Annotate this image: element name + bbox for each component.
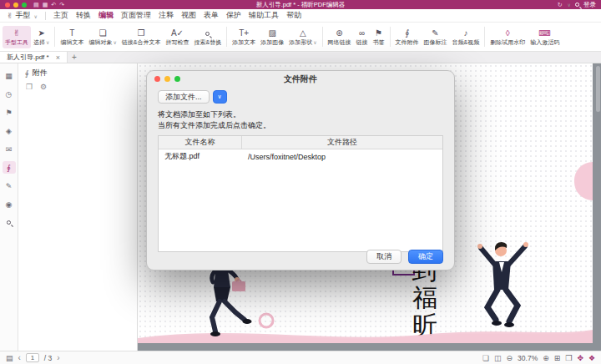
table-row[interactable]: 无标题.pdf /Users/foxitnet/Desktop xyxy=(159,149,442,164)
ribbon-separator xyxy=(226,27,227,47)
stamps-panel-icon[interactable]: ◉ xyxy=(3,198,16,210)
menu-tab-comment[interactable]: 注释 xyxy=(159,10,174,21)
close-window-button[interactable] xyxy=(5,3,10,8)
ribbon-tool-spell-check[interactable]: A✓ 拼写检查 xyxy=(163,26,191,48)
previous-page-button[interactable]: ‹ xyxy=(18,354,21,362)
print-icon[interactable]: ▦ xyxy=(43,0,48,9)
dialog-instruction-line2: 当所有文件添加完成后点击确定。 xyxy=(158,120,443,131)
hand-mode-icon[interactable]: ❖ xyxy=(588,354,595,362)
link-icon: ∞ xyxy=(359,28,365,38)
ribbon-tool-select[interactable]: ➤ 选择 xyxy=(31,26,52,48)
menu-tab-home[interactable]: 主页 xyxy=(53,10,68,21)
dialog-minimize-button[interactable] xyxy=(164,76,170,82)
menu-tab-convert[interactable]: 转换 xyxy=(76,10,91,21)
ribbon-tool-add-shapes[interactable]: △ 添加形状 xyxy=(286,26,319,48)
ribbon-tool-web-link[interactable]: ⊛ 网络链接 xyxy=(326,26,354,48)
add-file-button[interactable]: 添加文件... xyxy=(158,90,210,104)
ribbon-tool-hand[interactable]: ✌ 手型工具 xyxy=(3,26,31,48)
ribbon-tool-file-attachment[interactable]: ∮ 文件附件 xyxy=(393,26,422,48)
chevron-down-icon xyxy=(45,39,49,45)
current-page-input[interactable]: 1 xyxy=(26,353,39,362)
history-panel-icon[interactable]: ◷ xyxy=(3,88,16,100)
cancel-button[interactable]: 取消 xyxy=(366,250,402,264)
menu-tab-view[interactable]: 视图 xyxy=(181,10,196,21)
ribbon-tool-add-text[interactable]: T+ 添加文本 xyxy=(230,26,258,48)
dialog-zoom-button[interactable] xyxy=(174,76,180,82)
ribbon-tool-link-merge-text[interactable]: ❒ 链接&合并文本 xyxy=(119,26,164,48)
dialog-title: 文件附件 xyxy=(284,73,317,85)
undo-icon[interactable]: ↶ xyxy=(51,0,56,9)
ribbon-tool-label: 输入激活码 xyxy=(530,38,559,47)
ribbon-tool-label: 书签 xyxy=(373,38,385,47)
search-panel-icon[interactable] xyxy=(3,216,16,229)
sync-icon[interactable]: ↻ xyxy=(558,0,563,9)
zoom-out-button[interactable]: ⊖ xyxy=(507,354,513,362)
ribbon-tool-label: 拼写检查 xyxy=(165,38,189,47)
ribbon-tool-remove-trial-watermark[interactable]: ◊ 删除试用水印 xyxy=(487,26,528,48)
ribbon-tool-bookmark[interactable]: ⚑ 书签 xyxy=(371,26,387,48)
thumbnails-panel-icon[interactable]: ▦ xyxy=(3,69,16,82)
current-tool-selector[interactable]: ✌ 手型 xyxy=(7,10,38,21)
ribbon-tool-enter-activation-code[interactable]: ⌨ 输入激活码 xyxy=(528,26,562,48)
spell-check-icon: A✓ xyxy=(171,28,184,38)
menu-tab-edit[interactable]: 编辑 xyxy=(98,10,114,21)
bookmarks-panel-icon[interactable]: ⚑ xyxy=(3,106,16,119)
new-tab-button[interactable]: + xyxy=(68,52,81,63)
zoom-in-button[interactable]: ⊕ xyxy=(543,354,549,362)
ribbon-tool-edit-text[interactable]: T 编辑文本 xyxy=(58,26,86,48)
column-header-file-name[interactable]: 文件名称 xyxy=(159,136,242,149)
nav-panel-icon[interactable]: ▤ xyxy=(6,354,13,362)
single-page-view-icon[interactable]: ❏ xyxy=(482,354,489,362)
save-icon[interactable]: ▤ xyxy=(33,0,39,9)
continuous-view-icon[interactable]: ◫ xyxy=(494,354,502,362)
layers-panel-icon[interactable]: ◈ xyxy=(3,124,16,137)
ribbon-tool-edit-object[interactable]: ❏ 编辑对象 xyxy=(86,26,119,48)
activation-code-icon: ⌨ xyxy=(539,28,551,38)
menu-tab-help[interactable]: 帮助 xyxy=(286,10,301,21)
zoom-level[interactable]: 30.7% xyxy=(518,354,538,362)
ribbon-tool-label: 链接&合并文本 xyxy=(122,38,161,47)
vertical-scrollbar[interactable] xyxy=(596,66,600,112)
document-tab[interactable]: 新人引导.pdf * × xyxy=(0,52,68,63)
signatures-panel-icon[interactable]: ✎ xyxy=(3,179,16,192)
file-path-cell: /Users/foxitnet/Desktop xyxy=(242,153,442,161)
add-text-icon: T+ xyxy=(239,28,249,38)
chevron-down-icon[interactable] xyxy=(567,1,571,8)
dialog-titlebar: 文件附件 xyxy=(147,71,454,88)
ribbon-tool-label: 选择 xyxy=(33,38,45,47)
ribbon-tool-label: 添加文本 xyxy=(232,38,255,47)
minimize-window-button[interactable] xyxy=(13,3,18,8)
menu-tab-accessibility[interactable]: 辅助工具 xyxy=(249,10,279,21)
redo-icon[interactable]: ↷ xyxy=(59,0,64,9)
ribbon-tool-label: 网络链接 xyxy=(328,38,351,47)
maximize-window-button[interactable] xyxy=(22,3,27,8)
window-title: 新人引导.pdf * - 福昕PDF编辑器 xyxy=(0,1,601,9)
fit-width-icon[interactable]: ⊞ xyxy=(554,354,561,362)
close-tab-icon[interactable]: × xyxy=(56,53,60,62)
ok-button[interactable]: 确定 xyxy=(408,250,443,264)
fullscreen-icon[interactable]: ❒ xyxy=(565,354,572,362)
menu-tab-form[interactable]: 表单 xyxy=(204,10,219,21)
menu-tab-protect[interactable]: 保护 xyxy=(226,10,241,21)
ribbon-tool-link[interactable]: ∞ 链接 xyxy=(354,26,371,48)
search-icon[interactable] xyxy=(575,3,579,7)
ribbon-separator xyxy=(322,27,323,47)
attachments-panel: ∮ 附件 ❐ ⚙ xyxy=(18,63,138,351)
illustration-man xyxy=(461,236,540,343)
rotate-view-icon[interactable]: ✥ xyxy=(577,354,583,362)
comments-panel-icon[interactable]: ✉ xyxy=(3,143,16,155)
attachments-panel-icon[interactable]: ∮ xyxy=(3,161,16,174)
ribbon-tool-audio-video[interactable]: ♪ 音频&视频 xyxy=(450,26,482,48)
ribbon-tool-search-replace[interactable]: 搜索&替换 xyxy=(191,26,224,48)
page-total-label: / 3 xyxy=(44,354,52,362)
login-button[interactable]: 登录 xyxy=(583,1,596,9)
dialog-close-button[interactable] xyxy=(154,76,160,82)
next-page-button[interactable]: › xyxy=(57,354,59,362)
add-file-dropdown-button[interactable]: ∨ xyxy=(213,90,227,104)
ribbon-tool-image-annotation[interactable]: ✎ 图像标注 xyxy=(422,26,450,48)
column-header-file-path[interactable]: 文件路径 xyxy=(242,137,442,148)
ribbon-tool-add-image[interactable]: ▨ 添加图像 xyxy=(258,26,286,48)
open-attachment-icon[interactable]: ❐ xyxy=(26,83,33,91)
attachment-settings-icon[interactable]: ⚙ xyxy=(40,83,47,91)
menu-tab-page-management[interactable]: 页面管理 xyxy=(121,10,151,21)
